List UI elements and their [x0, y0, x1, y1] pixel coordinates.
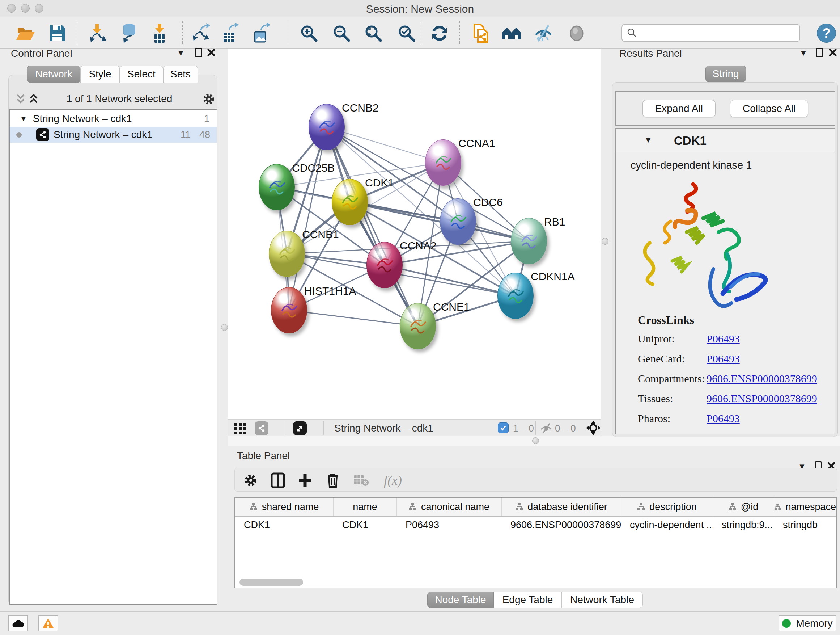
network-edge[interactable]: [289, 310, 418, 326]
network-node-ccna2[interactable]: [366, 242, 403, 288]
column-header-description[interactable]: description: [621, 498, 713, 516]
network-node-ccne1[interactable]: [400, 303, 436, 349]
column-header-name[interactable]: name: [333, 498, 397, 516]
hidden-eye-slash-icon[interactable]: [540, 423, 553, 434]
column-header-database-identifier[interactable]: database identifier: [502, 498, 621, 516]
network-node-ccnb2[interactable]: [309, 104, 345, 150]
network-node-cdk1[interactable]: [332, 179, 368, 225]
network-node-ccna1[interactable]: [425, 139, 461, 186]
expand-all-icon[interactable]: [28, 93, 39, 105]
column-header-canonical-name[interactable]: canonical name: [397, 498, 502, 516]
results-panel-float-icon[interactable]: [816, 48, 823, 57]
network-node-cdkn1a[interactable]: [497, 272, 534, 319]
cloud-status-button[interactable]: [8, 616, 28, 631]
tab-node-table[interactable]: Node Table: [427, 592, 494, 608]
control-panel-float-icon[interactable]: [195, 48, 202, 57]
expand-all-button[interactable]: Expand All: [643, 100, 715, 117]
add-column-icon[interactable]: [296, 472, 314, 489]
crosslink-link[interactable]: 9606.ENSP00000378699: [706, 372, 817, 385]
help-button[interactable]: ?: [817, 24, 836, 43]
show-graphics-details-button[interactable]: [565, 22, 588, 45]
delete-column-icon[interactable]: [324, 472, 341, 489]
column-header-shared-name[interactable]: shared name: [235, 498, 333, 516]
column-header-namespace[interactable]: namespace: [774, 498, 836, 516]
selected-count: 1 – 0: [513, 423, 534, 434]
column-header--id[interactable]: @id: [713, 498, 774, 516]
network-node-rb1[interactable]: [511, 218, 547, 264]
tab-sets[interactable]: Sets: [163, 65, 198, 83]
memory-button[interactable]: Memory: [778, 616, 836, 631]
birds-eye-view-icon[interactable]: [234, 421, 248, 435]
table-cell[interactable]: CDK1: [235, 516, 333, 533]
network-node-hist1h1a[interactable]: [271, 287, 307, 333]
horizontal-scrollbar[interactable]: [240, 578, 303, 586]
network-row[interactable]: String Network – cdk1 11 48: [10, 127, 217, 143]
zoom-out-button[interactable]: [330, 22, 353, 45]
table-row[interactable]: CDK1CDK1P064939606.ENSP00000378699cyclin…: [235, 516, 836, 533]
tab-select[interactable]: Select: [120, 65, 163, 83]
table-settings-gear-icon[interactable]: [242, 472, 259, 489]
warning-status-button[interactable]: [38, 616, 58, 631]
table-cell[interactable]: cyclin-dependent ...: [621, 516, 713, 533]
export-network-to-file-button[interactable]: [189, 22, 212, 45]
network-options-gear-icon[interactable]: [202, 92, 216, 106]
export-table-to-file-button[interactable]: [218, 22, 241, 45]
network-node-cdc6[interactable]: [440, 198, 476, 245]
gene-section-header[interactable]: ▼ CDK1: [616, 129, 835, 152]
show-columns-icon[interactable]: [269, 472, 286, 489]
zoom-in-button[interactable]: [297, 22, 321, 45]
right-splitter-handle[interactable]: [602, 238, 608, 245]
crosslink-link[interactable]: P06493: [706, 333, 740, 345]
crosslink-link[interactable]: P06493: [706, 412, 740, 424]
table-cell[interactable]: stringdb: [774, 516, 836, 533]
bottom-splitter-handle[interactable]: [532, 437, 539, 444]
tab-network[interactable]: Network: [27, 65, 80, 83]
tab-string[interactable]: String: [706, 65, 746, 82]
network-share-icon[interactable]: [255, 421, 268, 435]
search-box[interactable]: [622, 24, 800, 42]
open-session-button[interactable]: [14, 22, 37, 45]
delete-table-icon[interactable]: [352, 472, 370, 489]
tab-edge-table[interactable]: Edge Table: [494, 592, 561, 608]
collapse-all-icon[interactable]: [15, 93, 26, 105]
table-cell[interactable]: stringdb:9...: [713, 516, 774, 533]
crosslink-link[interactable]: P06493: [706, 353, 740, 365]
share-document-button[interactable]: [469, 22, 493, 45]
results-panel-collapse-icon[interactable]: ▼: [799, 49, 807, 58]
network-node-cdc25b[interactable]: [259, 164, 295, 211]
open-in-window-icon[interactable]: [293, 421, 307, 435]
function-builder-icon[interactable]: f(x): [377, 472, 409, 489]
import-table-from-file-button[interactable]: [148, 22, 171, 45]
tree-expander-icon[interactable]: ▼: [20, 115, 27, 123]
search-input[interactable]: [638, 27, 793, 39]
import-network-from-file-button[interactable]: [85, 22, 108, 45]
control-panel-close-icon[interactable]: [207, 48, 216, 57]
table-header-row: shared namenamecanonical namedatabase id…: [235, 498, 836, 516]
zoom-selected-button[interactable]: [395, 22, 418, 45]
network-node-ccnb1[interactable]: [269, 231, 305, 277]
refresh-button[interactable]: [428, 22, 451, 45]
zoom-fit-button[interactable]: [362, 22, 385, 45]
control-panel-collapse-icon[interactable]: ▼: [177, 49, 185, 58]
gene-collapse-icon[interactable]: ▼: [644, 135, 652, 145]
zoom-selected-icon: [397, 24, 416, 43]
table-cell[interactable]: P06493: [397, 516, 502, 533]
crosslink-link[interactable]: 9606.ENSP00000378699: [706, 393, 817, 405]
table-cell[interactable]: 9606.ENSP00000378699: [502, 516, 621, 533]
hide-graphics-details-button[interactable]: [532, 22, 555, 45]
left-splitter-handle[interactable]: [221, 324, 228, 331]
node-position-icon[interactable]: [585, 420, 602, 436]
export-image-button[interactable]: [249, 22, 272, 45]
tab-network-table[interactable]: Network Table: [561, 592, 643, 608]
first-neighbors-button[interactable]: [500, 22, 523, 45]
tab-style[interactable]: Style: [80, 65, 120, 83]
network-collection-row[interactable]: ▼ String Network – cdk1 1: [10, 111, 217, 127]
save-session-button[interactable]: [46, 22, 69, 45]
results-panel-close-icon[interactable]: [829, 48, 837, 57]
network-canvas[interactable]: CCNB2CCNA1CDC25BCDK1CDC6RB1CCNB1CCNA2CDK…: [228, 49, 600, 419]
collapse-all-button[interactable]: Collapse All: [730, 100, 808, 117]
table-cell[interactable]: CDK1: [333, 516, 397, 533]
crosslink-label: Uniprot:: [638, 333, 706, 345]
import-network-from-database-button[interactable]: [118, 22, 141, 45]
selected-checkbox[interactable]: [498, 423, 508, 433]
